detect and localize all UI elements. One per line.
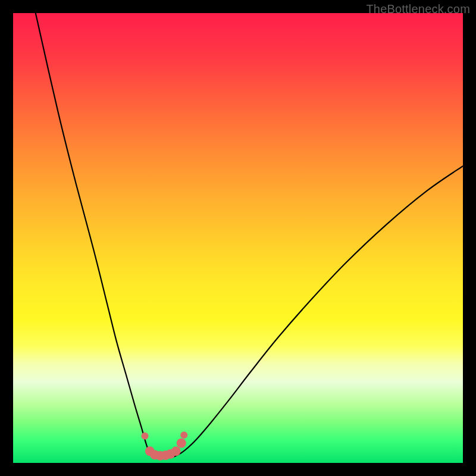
highlight-marker bbox=[180, 431, 187, 439]
chart-svg bbox=[13, 13, 463, 463]
curve-left bbox=[36, 13, 152, 456]
highlight-marker bbox=[142, 433, 149, 440]
highlight-markers bbox=[142, 431, 188, 461]
curve-right bbox=[175, 166, 463, 456]
highlight-marker bbox=[171, 446, 181, 456]
highlight-marker bbox=[177, 439, 186, 448]
